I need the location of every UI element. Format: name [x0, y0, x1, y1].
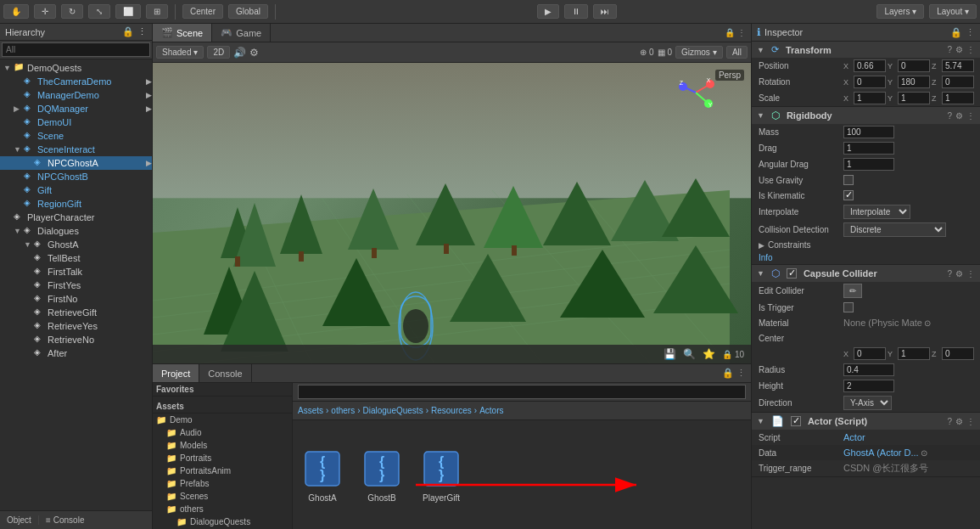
- tree-item-tellbest[interactable]: ◈ TellBest: [0, 251, 152, 265]
- rotation-z-input[interactable]: [942, 76, 974, 88]
- pause-button[interactable]: ⏸: [564, 4, 588, 19]
- tree-item-demoui[interactable]: ◈ DemoUI: [0, 115, 152, 129]
- capsule-enabled-checkbox[interactable]: [787, 268, 797, 279]
- script-value[interactable]: Actor: [843, 432, 865, 442]
- folder-audio[interactable]: 📁 Audio: [153, 426, 292, 439]
- global-toggle[interactable]: Global: [228, 4, 268, 19]
- center-y-input[interactable]: [898, 347, 930, 360]
- tree-item-managerdemo[interactable]: ◈ ManagerDemo ▶: [0, 88, 152, 102]
- breadcrumb-assets[interactable]: Assets: [298, 406, 323, 415]
- rigidbody-more-icon[interactable]: ⋮: [966, 111, 975, 121]
- actor-question-icon[interactable]: ?: [947, 417, 952, 426]
- breadcrumb-resources[interactable]: Resources: [431, 406, 472, 415]
- actor-more-icon[interactable]: ⋮: [966, 417, 975, 426]
- folder-prefabs[interactable]: 📁 Prefabs: [153, 477, 292, 490]
- tree-item-playercharacter[interactable]: ◈ PlayerCharacter: [0, 211, 152, 224]
- collision-detection-dropdown[interactable]: Discrete Continuous Continuous Dynamic: [843, 222, 946, 237]
- tab-scene[interactable]: 🎬 Scene: [153, 24, 212, 42]
- hierarchy-more-icon[interactable]: ⋮: [137, 26, 147, 37]
- scene-viewport[interactable]: Persp X Y Z: [153, 63, 751, 363]
- transform-header[interactable]: ▼ ⟳ Transform ? ⚙ ⋮: [752, 42, 980, 58]
- rigidbody-settings-icon[interactable]: ⚙: [955, 111, 963, 121]
- capsule-question-icon[interactable]: ?: [947, 269, 952, 279]
- tree-item-thecamerademo[interactable]: ◈ TheCameraDemo ▶: [0, 75, 152, 88]
- tree-item-retrieveyes[interactable]: ◈ RetrieveYes: [0, 319, 152, 333]
- tab-project[interactable]: Project: [153, 364, 199, 382]
- tree-item-after[interactable]: ◈ After: [0, 346, 152, 360]
- rotate-tool[interactable]: ↻: [61, 4, 83, 19]
- direction-dropdown[interactable]: Y-Axis X-Axis Z-Axis: [843, 396, 892, 410]
- mass-input[interactable]: [843, 126, 894, 138]
- layers-dropdown[interactable]: Layers ▾: [876, 4, 924, 19]
- rect-tool[interactable]: ⬜: [115, 4, 141, 19]
- hierarchy-lock-icon[interactable]: 🔒: [122, 26, 134, 37]
- position-z-input[interactable]: [942, 59, 974, 72]
- transform-settings-icon[interactable]: ⚙: [955, 45, 963, 54]
- tree-item-firstno[interactable]: ◈ FirstNo: [0, 292, 152, 306]
- tree-item-firsttalk[interactable]: ◈ FirstTalk: [0, 265, 152, 279]
- zoom-icon[interactable]: 🔍: [683, 348, 696, 360]
- tab-project-bottom[interactable]: Object: [0, 515, 39, 525]
- transform-tool[interactable]: ⊞: [146, 4, 168, 19]
- rotation-x-input[interactable]: [854, 76, 886, 88]
- all-btn[interactable]: All: [726, 46, 748, 59]
- height-input[interactable]: [843, 380, 894, 392]
- edit-collider-button[interactable]: ✏: [843, 284, 862, 298]
- folder-models[interactable]: 📁 Models: [153, 439, 292, 452]
- breadcrumb-dialoguequests[interactable]: DialogueQuests: [363, 406, 423, 415]
- more-scene-icon[interactable]: ⋮: [737, 28, 746, 37]
- breadcrumb-others[interactable]: others: [331, 406, 355, 415]
- tree-item-retrieveno[interactable]: ◈ RetrieveNo: [0, 333, 152, 346]
- folder-dialoguequests[interactable]: 📁 DialogueQuests: [153, 515, 292, 528]
- persp-label[interactable]: Persp: [715, 70, 744, 81]
- tree-item-ghosta[interactable]: ▼ ◈ GhostA: [0, 238, 152, 251]
- inspector-more-icon[interactable]: ⋮: [966, 27, 975, 38]
- material-pick-icon[interactable]: ⊙: [924, 318, 931, 328]
- capsule-settings-icon[interactable]: ⚙: [955, 269, 963, 279]
- tree-item-dqmanager[interactable]: ▶ ◈ DQManager ▶: [0, 102, 152, 115]
- is-trigger-checkbox[interactable]: [843, 302, 854, 312]
- breadcrumb-actors[interactable]: Actors: [479, 406, 503, 415]
- folder-portraitsanim[interactable]: 📁 PortraitsAnim: [153, 464, 292, 477]
- is-kinematic-checkbox[interactable]: [843, 190, 854, 200]
- actor-script-header[interactable]: ▼ 📄 Actor (Script) ? ⚙ ⋮: [752, 413, 980, 430]
- tab-console-bottom[interactable]: ≡ Console: [39, 515, 92, 525]
- transform-question-icon[interactable]: ?: [947, 45, 952, 54]
- effects-icon[interactable]: ⚙: [249, 47, 259, 59]
- tree-item-npcghostb[interactable]: ◈ NPCGhostB: [0, 170, 152, 183]
- center-z-input[interactable]: [942, 347, 974, 360]
- actor-enabled-checkbox[interactable]: [791, 416, 801, 426]
- drag-input[interactable]: [843, 142, 894, 155]
- capsule-collider-header[interactable]: ▼ ⬡ Capsule Collider ? ⚙ ⋮: [752, 265, 980, 282]
- tree-item-firstyes[interactable]: ◈ FirstYes: [0, 279, 152, 292]
- tab-game[interactable]: 🎮 Game: [212, 24, 271, 42]
- rigidbody-header[interactable]: ▼ ⬡ Rigidbody ? ⚙ ⋮: [752, 107, 980, 124]
- info-row[interactable]: Info: [752, 251, 980, 264]
- speaker-icon[interactable]: 🔊: [233, 47, 246, 59]
- data-value[interactable]: GhostA (Actor D...: [843, 447, 919, 458]
- scale-tool[interactable]: ⤡: [88, 4, 110, 19]
- star-icon[interactable]: ⭐: [703, 348, 715, 360]
- shading-dropdown[interactable]: Shaded: [156, 46, 204, 59]
- asset-playergift[interactable]: { } PlayerGift: [420, 447, 462, 503]
- layout-dropdown[interactable]: Layout ▾: [929, 4, 977, 19]
- hand-tool[interactable]: ✋: [3, 4, 29, 19]
- position-y-input[interactable]: [898, 59, 930, 72]
- more-bottom-icon[interactable]: ⋮: [736, 368, 746, 379]
- tree-item-demoquests[interactable]: ▼ 📁 DemoQuests: [0, 61, 152, 75]
- tree-item-npcghosta[interactable]: ◈ NPCGhostA ▶: [0, 156, 152, 170]
- folder-others[interactable]: 📁 others: [153, 503, 292, 515]
- scale-z-input[interactable]: [942, 92, 974, 104]
- rigidbody-question-icon[interactable]: ?: [947, 111, 952, 121]
- folder-demo[interactable]: 📁 Demo: [153, 414, 292, 426]
- center-toggle[interactable]: Center: [182, 4, 223, 19]
- scale-y-input[interactable]: [898, 92, 930, 104]
- interpolate-dropdown[interactable]: Interpolate None Extrapolate: [843, 205, 910, 219]
- tree-item-dialogues[interactable]: ▼ ◈ Dialogues: [0, 224, 152, 238]
- angular-drag-input[interactable]: [843, 158, 894, 171]
- lock-scene-icon[interactable]: 🔒: [725, 28, 735, 37]
- step-button[interactable]: ⏭: [593, 4, 617, 19]
- tree-item-sceneinteract[interactable]: ▼ ◈ SceneInteract: [0, 143, 152, 156]
- project-search-input[interactable]: [298, 385, 746, 399]
- folder-portraits[interactable]: 📁 Portraits: [153, 452, 292, 464]
